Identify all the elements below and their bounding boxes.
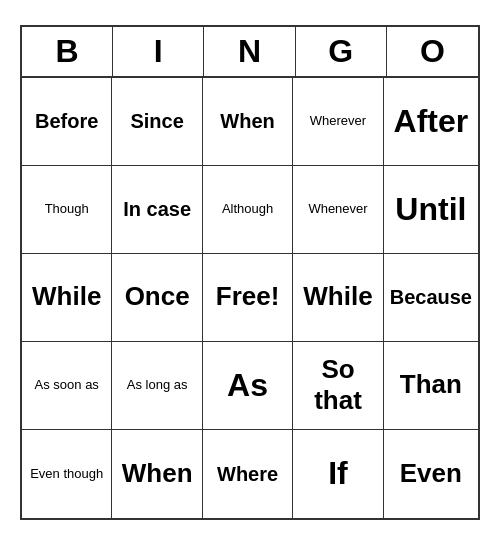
cell-22: Where	[203, 430, 293, 518]
header-o: O	[387, 27, 478, 76]
cell-24: Even	[384, 430, 478, 518]
cell-4: After	[384, 78, 478, 166]
cell-5: Though	[22, 166, 112, 254]
cell-7: Although	[203, 166, 293, 254]
cell-15: As soon as	[22, 342, 112, 430]
cell-12: Free!	[203, 254, 293, 342]
cell-21: When	[112, 430, 202, 518]
cell-20: Even though	[22, 430, 112, 518]
bingo-card: B I N G O BeforeSinceWhenWhereverAfterTh…	[20, 25, 480, 520]
cell-6: In case	[112, 166, 202, 254]
header-i: I	[113, 27, 204, 76]
header-g: G	[296, 27, 387, 76]
cell-17: As	[203, 342, 293, 430]
cell-2: When	[203, 78, 293, 166]
cell-1: Since	[112, 78, 202, 166]
cell-18: So that	[293, 342, 383, 430]
bingo-header: B I N G O	[22, 27, 478, 78]
cell-3: Wherever	[293, 78, 383, 166]
cell-14: Because	[384, 254, 478, 342]
cell-8: Whenever	[293, 166, 383, 254]
cell-13: While	[293, 254, 383, 342]
header-b: B	[22, 27, 113, 76]
cell-19: Than	[384, 342, 478, 430]
cell-9: Until	[384, 166, 478, 254]
cell-0: Before	[22, 78, 112, 166]
bingo-grid: BeforeSinceWhenWhereverAfterThoughIn cas…	[22, 78, 478, 518]
header-n: N	[204, 27, 295, 76]
cell-10: While	[22, 254, 112, 342]
cell-11: Once	[112, 254, 202, 342]
cell-16: As long as	[112, 342, 202, 430]
cell-23: If	[293, 430, 383, 518]
